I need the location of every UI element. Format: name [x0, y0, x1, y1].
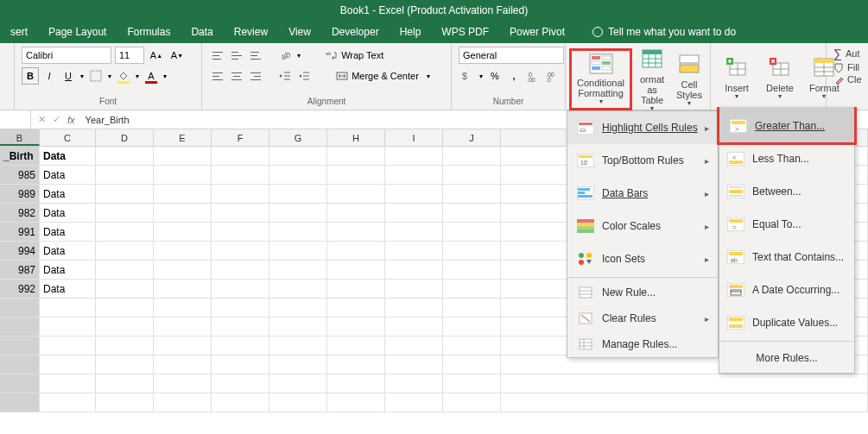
menu-icon-sets[interactable]: Icon Sets ▸ — [567, 242, 718, 275]
cell[interactable] — [269, 355, 327, 374]
cell[interactable]: _Birth — [0, 147, 40, 166]
cell[interactable] — [269, 374, 327, 393]
cell[interactable]: 985 — [0, 166, 40, 185]
decrease-indent-button[interactable] — [276, 67, 294, 85]
cell[interactable] — [327, 242, 385, 261]
cell[interactable] — [269, 185, 327, 204]
cell[interactable] — [443, 393, 501, 412]
tab-insert[interactable]: sert — [0, 21, 38, 43]
cell[interactable] — [40, 374, 96, 393]
cell[interactable] — [96, 261, 154, 280]
cell[interactable] — [0, 318, 40, 337]
cell[interactable] — [443, 374, 501, 393]
cell[interactable] — [443, 242, 501, 261]
cell[interactable] — [385, 147, 443, 166]
increase-font-size-button[interactable]: A▲ — [148, 47, 165, 64]
fill-color-button[interactable] — [115, 67, 132, 85]
cell[interactable] — [385, 318, 443, 337]
cell[interactable]: 992 — [0, 280, 40, 299]
cell[interactable] — [385, 204, 443, 223]
cell[interactable] — [212, 147, 269, 166]
cell[interactable] — [269, 147, 327, 166]
cell[interactable]: 987 — [0, 261, 40, 280]
cell[interactable] — [96, 280, 154, 299]
cell[interactable]: Data — [40, 280, 96, 299]
cell[interactable] — [212, 355, 269, 374]
font-color-button[interactable]: A — [143, 67, 160, 85]
cell[interactable] — [40, 355, 96, 374]
cell[interactable] — [327, 261, 385, 280]
cell[interactable] — [212, 204, 269, 223]
cell[interactable] — [269, 261, 327, 280]
bold-button[interactable]: B — [22, 67, 39, 85]
cell[interactable] — [96, 166, 154, 185]
insert-cells-button[interactable]: Insert ▾ — [718, 52, 756, 103]
cell[interactable]: Data — [40, 242, 96, 261]
cell[interactable] — [327, 299, 385, 318]
cell[interactable] — [385, 393, 443, 412]
decrease-decimal-button[interactable]: .00.0 — [543, 67, 561, 85]
cell[interactable]: 991 — [0, 223, 40, 242]
column-header-G[interactable]: G — [269, 129, 327, 146]
cell[interactable] — [212, 337, 269, 355]
cell[interactable]: Data — [40, 261, 96, 280]
delete-cells-button[interactable]: Delete ▾ — [761, 52, 799, 103]
wrap-text-button[interactable]: ab Wrap Text — [321, 47, 388, 64]
column-header-I[interactable]: I — [385, 129, 443, 146]
cell[interactable] — [154, 299, 212, 318]
column-header-F[interactable]: F — [212, 129, 269, 146]
cell[interactable] — [154, 147, 212, 166]
cell[interactable] — [212, 393, 269, 412]
cell[interactable] — [40, 318, 96, 337]
cell[interactable] — [443, 147, 501, 166]
cell[interactable] — [443, 223, 501, 242]
cell[interactable] — [40, 337, 96, 355]
cell[interactable] — [40, 299, 96, 318]
column-header-C[interactable]: C — [40, 129, 96, 146]
tab-power-pivot[interactable]: Power Pivot — [499, 21, 575, 43]
menu-top-bottom-rules[interactable]: 10 Top/Bottom Rules ▸ — [567, 144, 718, 177]
cell[interactable]: Data — [40, 204, 96, 223]
cell[interactable] — [327, 337, 385, 355]
merge-center-button[interactable]: Merge & Center — [332, 67, 423, 85]
font-size-select[interactable] — [115, 47, 144, 64]
conditional-formatting-button[interactable]: Conditional Formatting ▾ — [569, 48, 632, 110]
percent-button[interactable]: % — [486, 67, 504, 85]
autosum-button[interactable]: ∑Aut — [833, 47, 860, 60]
menu-highlight-cells-rules[interactable]: ≤≥ Highlight Cells Rules ▸ — [567, 111, 718, 144]
column-header-B[interactable]: B — [0, 129, 40, 146]
cell[interactable] — [385, 185, 443, 204]
font-name-select[interactable] — [22, 47, 111, 64]
submenu-equal-to[interactable]: = Equal To... — [719, 208, 854, 241]
tab-formulas[interactable]: Formulas — [117, 21, 181, 43]
cell[interactable] — [212, 185, 269, 204]
cell[interactable] — [212, 223, 269, 242]
underline-button[interactable]: U — [60, 67, 77, 85]
cell[interactable] — [501, 393, 868, 412]
decrease-font-size-button[interactable]: A▼ — [168, 47, 186, 64]
tab-help[interactable]: Help — [390, 21, 432, 43]
cell[interactable] — [269, 299, 327, 318]
cell[interactable] — [327, 185, 385, 204]
cell[interactable] — [212, 261, 269, 280]
align-center-button[interactable] — [228, 67, 245, 85]
tab-wps-pdf[interactable]: WPS PDF — [431, 21, 499, 43]
accounting-dropdown[interactable]: ▾ — [478, 67, 485, 85]
menu-manage-rules[interactable]: Manage Rules... — [567, 331, 718, 357]
cell[interactable] — [385, 280, 443, 299]
number-format-select[interactable] — [459, 47, 564, 64]
submenu-more-rules[interactable]: More Rules... — [719, 343, 854, 373]
cell[interactable] — [327, 204, 385, 223]
cell[interactable] — [269, 337, 327, 355]
align-right-button[interactable] — [247, 67, 264, 85]
cell[interactable] — [96, 355, 154, 374]
cell[interactable]: 982 — [0, 204, 40, 223]
cell[interactable] — [443, 166, 501, 185]
cell[interactable] — [269, 166, 327, 185]
cell[interactable] — [154, 393, 212, 412]
cell[interactable] — [96, 204, 154, 223]
menu-clear-rules[interactable]: Clear Rules ▸ — [567, 305, 718, 331]
menu-data-bars[interactable]: Data Bars ▸ — [567, 177, 718, 210]
cell[interactable] — [154, 337, 212, 355]
tab-view[interactable]: View — [278, 21, 321, 43]
